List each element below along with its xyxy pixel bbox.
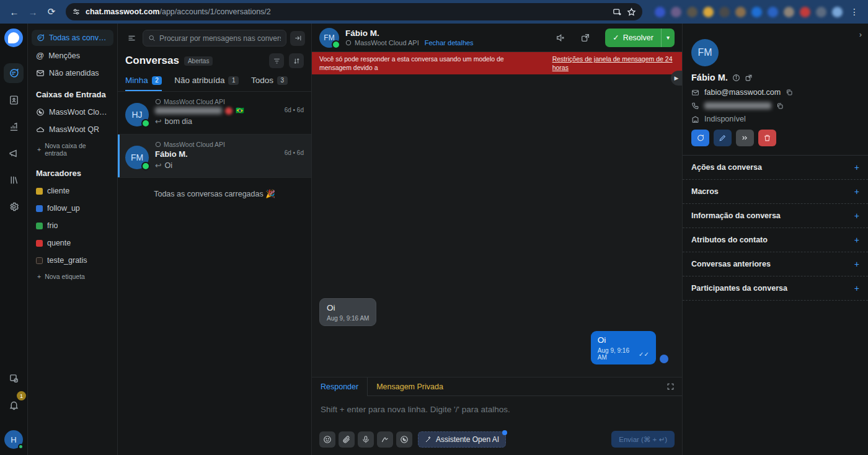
reply-arrow-icon: ↩: [155, 161, 161, 170]
collapse-panel-icon[interactable]: [290, 31, 305, 46]
section-conversation-participants[interactable]: Participantes da conversa+: [683, 276, 868, 301]
share-conversation-icon[interactable]: [578, 30, 593, 45]
chat-contact-avatar[interactable]: FM: [319, 28, 339, 48]
new-conversation-button[interactable]: [691, 130, 709, 146]
browser-extension-icon[interactable]: [719, 7, 730, 17]
rail-conversations-icon[interactable]: [4, 63, 24, 83]
copy-icon[interactable]: [776, 102, 784, 110]
sidebar-label-frio[interactable]: frio: [32, 218, 113, 234]
rail-switch-layout-icon[interactable]: [4, 368, 24, 388]
rail-settings-icon[interactable]: [4, 197, 24, 216]
browser-extension-icon[interactable]: [784, 7, 794, 17]
openai-assistant-button[interactable]: Assistente Open AI: [418, 431, 506, 448]
inbox-label: MassWoot Cloud A...: [49, 108, 109, 117]
browser-extension-icon[interactable]: [703, 7, 714, 17]
browser-extension-icon[interactable]: [768, 7, 778, 17]
browser-extension-icon[interactable]: [671, 7, 681, 17]
save-page-icon[interactable]: [613, 7, 622, 17]
status-chip[interactable]: Abertas: [184, 56, 213, 66]
collapse-details-icon[interactable]: ›: [683, 30, 868, 39]
emoji-icon[interactable]: [319, 431, 335, 448]
bookmark-star-icon[interactable]: [627, 7, 636, 17]
sidebar-item-mentions[interactable]: @ Menções: [32, 47, 113, 64]
scroll-to-latest-button[interactable]: ▶: [671, 71, 682, 86]
new-label-button[interactable]: + Nova etiqueta: [32, 270, 113, 283]
rail-reports-icon[interactable]: [4, 117, 24, 136]
edit-contact-button[interactable]: [714, 130, 732, 146]
extensions-row: [655, 7, 843, 17]
merge-contact-button[interactable]: [736, 130, 754, 146]
whatsapp-icon: [155, 141, 161, 148]
section-conversation-information[interactable]: Informação da conversa+: [683, 204, 868, 228]
sidebar-label-quente[interactable]: quente: [32, 235, 113, 251]
tab-private-note[interactable]: Mensagem Privada: [367, 378, 452, 396]
banner-restrictions-link[interactable]: Restrições de janela de mensagem de 24 h…: [552, 55, 675, 72]
mute-conversation-icon[interactable]: [553, 30, 568, 45]
search-input[interactable]: [159, 34, 281, 43]
rail-contacts-icon[interactable]: [4, 90, 24, 110]
copy-icon[interactable]: [786, 89, 793, 96]
sidebar-item-label: Todas as conversas: [49, 33, 109, 42]
sidebar-label-cliente[interactable]: cliente: [32, 183, 113, 199]
conversation-search[interactable]: [143, 30, 286, 46]
attachment-icon[interactable]: [339, 431, 355, 448]
sidebar-item-unattended[interactable]: Não atendidas: [32, 65, 113, 81]
send-button[interactable]: Enviar (⌘ + ↵): [611, 431, 675, 448]
reload-icon[interactable]: ⟳: [43, 4, 60, 20]
tab-all[interactable]: Todos 3: [251, 76, 288, 91]
app-logo[interactable]: [4, 29, 23, 47]
sidebar-item-all-conversations[interactable]: Todas as conversas: [32, 30, 113, 46]
whatsapp-options-icon[interactable]: [396, 431, 412, 448]
user-avatar[interactable]: H: [4, 430, 23, 449]
url-text[interactable]: chat.masswoot.com/app/accounts/1/convers…: [86, 7, 608, 16]
tab-unassigned[interactable]: Não atribuída 1: [174, 76, 239, 91]
rail-helpcenter-icon[interactable]: [4, 170, 24, 190]
new-inbox-button[interactable]: + Nova caixa de entrada: [32, 139, 113, 160]
tab-reply[interactable]: Responder: [312, 378, 367, 396]
browser-extension-icon[interactable]: [816, 7, 826, 17]
site-settings-icon[interactable]: [72, 7, 81, 16]
section-macros[interactable]: Macros+: [683, 180, 868, 204]
resolve-dropdown-icon[interactable]: ▾: [661, 29, 675, 47]
browser-extension-icon[interactable]: [687, 7, 698, 17]
incoming-message-bubble[interactable]: Oi Aug 9, 9:16 AM: [319, 298, 376, 326]
section-conversation-actions[interactable]: Ações da conversa+: [683, 156, 868, 180]
browser-extension-icon[interactable]: [832, 7, 843, 17]
label-color-swatch: [36, 240, 43, 247]
section-previous-conversations[interactable]: Conversas anteriores+: [683, 252, 868, 276]
back-icon[interactable]: ←: [6, 4, 22, 20]
list-menu-icon[interactable]: [124, 31, 139, 46]
forward-icon[interactable]: →: [25, 4, 41, 20]
browser-menu-icon[interactable]: ⋮: [850, 7, 859, 17]
browser-extension-icon[interactable]: [735, 7, 746, 17]
browser-extension-icon[interactable]: [655, 7, 665, 17]
sidebar-label-teste-gratis[interactable]: teste_gratis: [32, 252, 113, 268]
signature-icon[interactable]: [377, 431, 393, 448]
section-contact-attributes[interactable]: Atributos do contato+: [683, 228, 868, 252]
filter-icon[interactable]: [269, 53, 284, 68]
close-details-link[interactable]: Fechar detalhes: [425, 39, 474, 46]
delete-contact-button[interactable]: [758, 130, 776, 146]
resolve-button[interactable]: ✓ Resolver: [605, 29, 661, 47]
sidebar-inbox-masswoot-qr[interactable]: MassWoot QR: [32, 121, 113, 138]
conversation-contact-name: Fábio M.: [155, 149, 188, 159]
sidebar-inbox-masswoot-cloud[interactable]: MassWoot Cloud A...: [32, 104, 113, 120]
outgoing-message-bubble[interactable]: Oi Aug 9, 9:16 AM ✓✓: [591, 331, 656, 364]
expand-editor-icon[interactable]: [666, 382, 675, 391]
conversation-item[interactable]: HJ MassWoot Cloud API 🇧🇷 ↩ bom dia: [118, 92, 311, 135]
conversation-item-selected[interactable]: FM MassWoot Cloud API Fábio M. ↩ Oi 6d •…: [118, 135, 311, 178]
url-bar[interactable]: chat.masswoot.com/app/accounts/1/convers…: [66, 3, 642, 20]
message-input[interactable]: Shift + enter para nova linha. Digite '/…: [312, 396, 682, 426]
sort-icon[interactable]: [289, 53, 304, 68]
contact-email[interactable]: fabio@masswoot.com: [704, 88, 781, 97]
audio-record-icon[interactable]: [358, 431, 374, 448]
browser-extension-icon[interactable]: [800, 7, 810, 17]
rail-campaigns-icon[interactable]: [4, 143, 24, 163]
open-contact-icon[interactable]: [745, 74, 753, 82]
browser-extension-icon[interactable]: [751, 7, 762, 17]
chat-contact-name[interactable]: Fábio M.: [345, 29, 474, 38]
tab-mine[interactable]: Minha 2: [125, 76, 162, 91]
notifications-bell-icon[interactable]: 1: [4, 395, 24, 415]
sidebar-label-follow-up[interactable]: follow_up: [32, 200, 113, 216]
info-icon[interactable]: [732, 74, 740, 82]
